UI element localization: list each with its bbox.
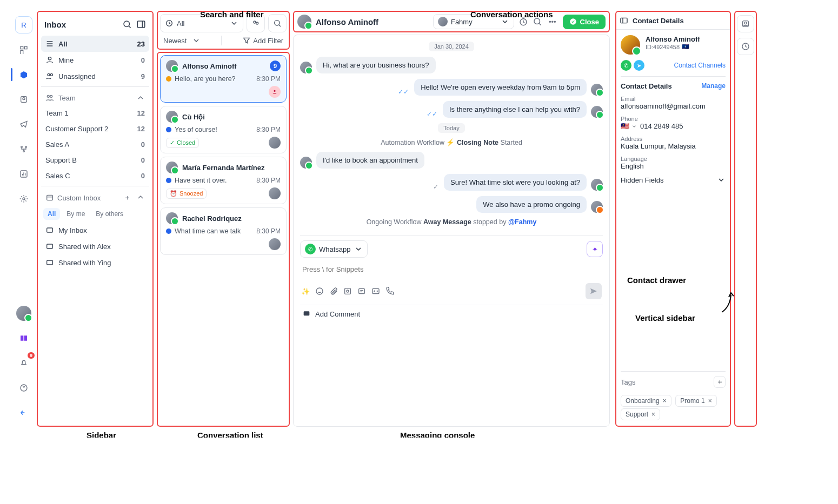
svg-rect-31 bbox=[345, 288, 351, 294]
contact-details-label: Contact Details bbox=[621, 82, 672, 90]
contact-panel-icon[interactable] bbox=[737, 15, 754, 32]
svg-point-29 bbox=[570, 18, 576, 25]
remove-tag-icon[interactable]: × bbox=[651, 411, 655, 418]
sidebar-item-mine[interactable]: Mine 0 bbox=[41, 52, 149, 68]
annotation-arrow bbox=[719, 291, 735, 315]
chevron-up-icon[interactable] bbox=[136, 193, 145, 201]
workspace-logo[interactable]: R bbox=[15, 16, 32, 33]
collapse-icon[interactable] bbox=[15, 404, 32, 421]
custom-inbox-item[interactable]: Shared with Ying bbox=[41, 254, 149, 271]
svg-point-24 bbox=[256, 22, 258, 24]
ai-assist-button[interactable]: ✦ bbox=[587, 241, 603, 257]
template-icon[interactable] bbox=[343, 287, 352, 295]
workflow-icon[interactable] bbox=[15, 140, 32, 158]
conversation-item[interactable]: María Fernanda Martínez Have sent it ove… bbox=[160, 157, 287, 204]
remove-tag-icon[interactable]: × bbox=[708, 397, 712, 405]
team-item[interactable]: Support B0 bbox=[41, 152, 149, 168]
field-value: 014 2849 485 bbox=[640, 122, 683, 130]
avatar bbox=[166, 212, 178, 224]
close-button[interactable]: Close bbox=[563, 15, 606, 29]
team-item[interactable]: Sales A0 bbox=[41, 137, 149, 152]
avatar bbox=[269, 187, 281, 199]
svg-point-17 bbox=[50, 95, 52, 97]
user-avatar[interactable] bbox=[15, 305, 32, 322]
manage-link[interactable]: Manage bbox=[701, 82, 726, 90]
sidebar-item-unassigned[interactable]: Unassigned 9 bbox=[41, 68, 149, 84]
sidebar-title: Inbox bbox=[44, 20, 66, 29]
attachment-icon[interactable] bbox=[329, 287, 338, 295]
broadcast-icon[interactable] bbox=[15, 116, 32, 133]
tags-label: Tags bbox=[621, 378, 635, 386]
annotation: Contact drawer bbox=[627, 275, 686, 285]
custom-tab-byothers[interactable]: By others bbox=[91, 208, 128, 220]
avatar bbox=[166, 162, 178, 173]
add-inbox-icon[interactable]: ＋ bbox=[124, 193, 131, 203]
sidebar-item-all[interactable]: All 23 bbox=[41, 36, 149, 52]
message-in: I'd like to book an appointment bbox=[316, 152, 424, 169]
team-item[interactable]: Sales C0 bbox=[41, 168, 149, 184]
notifications-icon[interactable]: 9 bbox=[15, 354, 32, 372]
add-filter-button[interactable]: Add Filter bbox=[242, 36, 283, 45]
tag-pill[interactable]: Onboarding × bbox=[621, 395, 671, 407]
panel-toggle-icon[interactable] bbox=[136, 19, 146, 29]
messaging-console: Jan 30, 2024 Hi, what are your business … bbox=[293, 35, 610, 427]
avatar bbox=[166, 111, 178, 123]
message-input[interactable] bbox=[300, 258, 603, 281]
reports-icon[interactable] bbox=[15, 165, 32, 183]
custom-tab-byme[interactable]: By me bbox=[62, 208, 89, 220]
country-code-dropdown[interactable]: 🇲🇾 bbox=[621, 122, 637, 130]
chevron-up-icon bbox=[136, 93, 145, 102]
conversation-item[interactable]: Rachel Rodriquez What time can we talk8:… bbox=[160, 207, 287, 255]
docs-icon[interactable] bbox=[15, 330, 32, 347]
svg-rect-36 bbox=[621, 18, 627, 23]
annotation: Sidebar bbox=[87, 431, 116, 438]
help-icon[interactable] bbox=[15, 379, 32, 397]
sidebar-team-header[interactable]: Team bbox=[41, 90, 149, 105]
team-item[interactable]: Customer Support 212 bbox=[41, 121, 149, 137]
snippet-icon[interactable] bbox=[357, 287, 366, 295]
svg-point-30 bbox=[316, 288, 323, 294]
search-icon[interactable] bbox=[268, 14, 287, 32]
whatsapp-icon[interactable]: ✆ bbox=[621, 60, 631, 71]
add-comment-button[interactable]: Add Comment bbox=[300, 305, 603, 318]
custom-inbox-header[interactable]: Custom Inbox bbox=[45, 193, 101, 202]
code-icon[interactable] bbox=[371, 287, 380, 295]
custom-inbox-item[interactable]: Shared with Alex bbox=[41, 238, 149, 254]
remove-tag-icon[interactable]: × bbox=[663, 397, 667, 405]
dashboard-icon[interactable] bbox=[15, 41, 32, 58]
field-value: English bbox=[621, 162, 726, 170]
magic-wand-icon[interactable]: ✨ bbox=[301, 287, 310, 295]
hidden-fields-toggle[interactable]: Hidden Fields bbox=[621, 176, 726, 184]
date-divider: Today bbox=[438, 123, 464, 133]
tag-pill[interactable]: Promo 1 × bbox=[675, 395, 716, 407]
conversation-item[interactable]: Cù Hội Yes of course!8:30 PM ✓ Closed bbox=[160, 106, 287, 153]
send-button[interactable] bbox=[586, 283, 602, 299]
emoji-icon[interactable] bbox=[315, 287, 324, 295]
conversation-header-name[interactable]: Alfonso Aminoff bbox=[297, 15, 429, 29]
voice-icon[interactable] bbox=[385, 287, 394, 295]
svg-point-26 bbox=[274, 90, 275, 92]
avatar bbox=[269, 238, 281, 250]
contact-channels-link[interactable]: Contact Channels bbox=[674, 62, 726, 69]
team-item[interactable]: Team 112 bbox=[41, 105, 149, 121]
inbox-icon[interactable] bbox=[15, 66, 32, 83]
composer: ✆Whatsapp ✦ ✨ Add Comment bbox=[300, 236, 603, 318]
custom-tab-all[interactable]: All bbox=[43, 208, 60, 220]
tag-pill[interactable]: Support × bbox=[621, 408, 660, 420]
svg-rect-18 bbox=[47, 195, 53, 200]
contacts-icon[interactable] bbox=[15, 91, 32, 108]
conversation-item[interactable]: Alfonso Aminoff9 Hello, are you here?8:3… bbox=[160, 55, 287, 103]
telegram-icon[interactable]: ➤ bbox=[634, 60, 644, 71]
sort-dropdown[interactable]: Newest bbox=[163, 36, 201, 45]
custom-inbox-item[interactable]: My Inbox bbox=[41, 222, 149, 238]
add-tag-button[interactable]: ＋ bbox=[714, 376, 726, 388]
channel-dropdown[interactable]: ✆Whatsapp bbox=[300, 240, 368, 258]
system-event: Ongoing Workflow Away Message stopped by… bbox=[300, 218, 603, 226]
settings-icon[interactable] bbox=[15, 190, 32, 207]
avatar bbox=[591, 84, 603, 96]
contact-name: Alfonso Aminoff bbox=[646, 35, 700, 43]
search-icon[interactable] bbox=[122, 19, 132, 29]
message-out: Sure! What time slot were you looking at… bbox=[444, 174, 587, 191]
activity-panel-icon[interactable] bbox=[737, 38, 754, 55]
svg-point-11 bbox=[124, 21, 130, 27]
